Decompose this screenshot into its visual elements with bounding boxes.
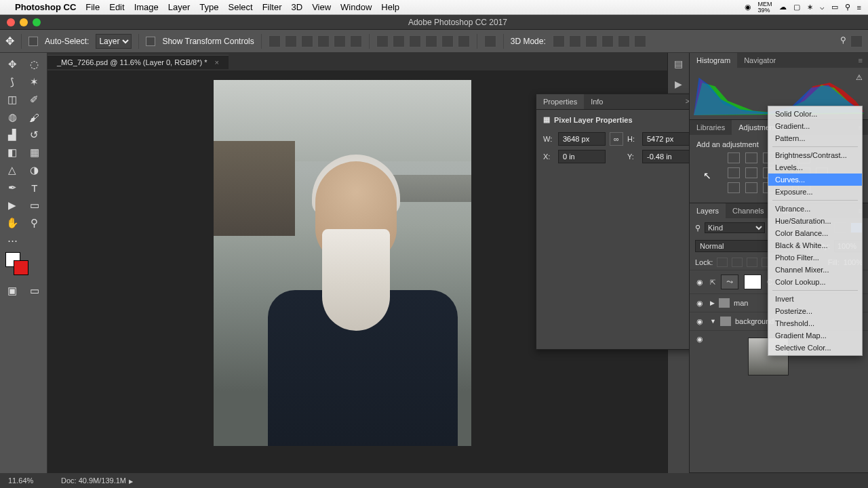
pen-tool[interactable]: ✒ bbox=[1, 179, 24, 197]
visibility-icon[interactable]: ◉ bbox=[695, 299, 705, 308]
eraser-tool[interactable]: ◧ bbox=[1, 144, 24, 161]
cc-icon[interactable]: ◉ bbox=[745, 3, 751, 12]
align-icon[interactable] bbox=[269, 35, 281, 47]
libraries-tab[interactable]: Libraries bbox=[690, 120, 732, 135]
quick-mask-mode[interactable]: ▣ bbox=[1, 282, 24, 300]
align-icon[interactable] bbox=[317, 35, 330, 47]
context-menu-item[interactable]: Levels... bbox=[768, 161, 862, 174]
distribute-icon[interactable] bbox=[441, 35, 454, 47]
auto-select-dropdown[interactable]: Layer bbox=[96, 34, 132, 49]
visibility-icon[interactable]: ◉ bbox=[695, 317, 705, 326]
gradient-tool[interactable]: ▦ bbox=[24, 144, 46, 161]
auto-align-icon[interactable] bbox=[484, 35, 496, 47]
rectangle-tool[interactable]: ▭ bbox=[24, 197, 46, 214]
dock-history-icon[interactable]: ▤ bbox=[672, 58, 686, 69]
menu-extras-icon[interactable]: ≡ bbox=[857, 3, 861, 12]
bluetooth-icon[interactable]: ∗ bbox=[807, 3, 813, 12]
mode3d-icon[interactable] bbox=[585, 35, 597, 47]
context-menu-item[interactable]: Exposure... bbox=[768, 186, 862, 198]
x-input[interactable]: 0 in bbox=[558, 150, 606, 163]
context-menu-item[interactable]: Vibrance... bbox=[768, 203, 862, 215]
dodge-tool[interactable]: ◑ bbox=[24, 161, 46, 179]
zoom-tool[interactable]: ⚲ bbox=[24, 214, 46, 232]
context-menu-item[interactable]: Threshold... bbox=[768, 317, 862, 329]
marquee-tool[interactable]: ◌ bbox=[24, 56, 46, 73]
context-menu-item[interactable]: Selective Color... bbox=[768, 342, 862, 354]
cloud-icon[interactable]: ☁ bbox=[779, 3, 787, 12]
distribute-icon[interactable] bbox=[425, 35, 437, 47]
mode3d-icon[interactable] bbox=[618, 35, 630, 47]
filter-kind-dropdown[interactable]: Kind bbox=[705, 222, 765, 233]
menu-filter[interactable]: Filter bbox=[262, 2, 282, 12]
edit-toolbar[interactable]: ⋯ bbox=[1, 232, 24, 249]
canvas-area[interactable]: _MG_7266.psd @ 11.6% (Layer 0, RGB/8*) *… bbox=[47, 53, 667, 473]
width-input[interactable]: 3648 px bbox=[558, 132, 606, 146]
panel-menu-icon[interactable]: ≡ bbox=[853, 53, 868, 68]
context-menu-item[interactable]: Brightness/Contrast... bbox=[768, 149, 862, 161]
context-menu-item[interactable]: Color Lookup... bbox=[768, 276, 862, 288]
context-menu-item[interactable]: Posterize... bbox=[768, 305, 862, 317]
brush-tool[interactable]: 🖌 bbox=[24, 108, 46, 126]
context-menu-item[interactable]: Pattern... bbox=[768, 132, 862, 144]
lasso-tool[interactable]: ⟆ bbox=[1, 73, 24, 91]
align-icon[interactable] bbox=[285, 35, 297, 47]
brightness-adjustment-icon[interactable] bbox=[728, 152, 740, 163]
posterize-adjustment-icon[interactable] bbox=[745, 182, 757, 193]
align-icon[interactable] bbox=[350, 35, 362, 47]
adjustment-context-menu[interactable]: Solid Color...Gradient...Pattern...Brigh… bbox=[768, 106, 863, 356]
layer-name[interactable]: man bbox=[734, 299, 748, 307]
window-minimize-button[interactable] bbox=[20, 18, 28, 26]
hue-adjustment-icon[interactable] bbox=[728, 167, 740, 178]
context-menu-item[interactable]: Invert bbox=[768, 293, 862, 305]
levels-adjustment-icon[interactable] bbox=[745, 152, 757, 163]
spotlight-icon[interactable]: ⚲ bbox=[845, 3, 850, 12]
close-tab-icon[interactable]: × bbox=[215, 58, 219, 66]
menu-select[interactable]: Select bbox=[228, 2, 252, 12]
context-menu-item[interactable]: Black & White... bbox=[768, 239, 862, 251]
menu-layer[interactable]: Layer bbox=[168, 2, 191, 12]
show-transform-checkbox[interactable] bbox=[146, 37, 155, 46]
balance-adjustment-icon[interactable] bbox=[745, 167, 757, 178]
mode3d-icon[interactable] bbox=[569, 35, 581, 47]
document-tab[interactable]: _MG_7266.psd @ 11.6% (Layer 0, RGB/8*) *… bbox=[47, 55, 229, 69]
visibility-icon[interactable]: ◉ bbox=[695, 278, 705, 287]
menu-type[interactable]: Type bbox=[199, 2, 218, 12]
mode3d-icon[interactable] bbox=[553, 35, 565, 47]
context-menu-item[interactable]: Photo Filter... bbox=[768, 251, 862, 264]
layer-mask-thumbnail[interactable] bbox=[744, 274, 762, 289]
history-brush-tool[interactable]: ↺ bbox=[24, 126, 46, 144]
hand-tool[interactable]: ✋ bbox=[1, 214, 24, 232]
menu-edit[interactable]: Edit bbox=[109, 2, 124, 12]
menu-file[interactable]: File bbox=[85, 2, 100, 12]
color-swatches[interactable] bbox=[4, 252, 43, 279]
visibility-icon[interactable]: ◉ bbox=[695, 335, 705, 344]
context-menu-item[interactable]: Color Balance... bbox=[768, 227, 862, 239]
battery-icon[interactable]: ▭ bbox=[831, 3, 838, 12]
channels-tab[interactable]: Channels bbox=[726, 203, 770, 218]
distribute-icon[interactable] bbox=[409, 35, 421, 47]
screen-mode[interactable]: ▭ bbox=[24, 282, 46, 300]
type-tool[interactable]: T bbox=[24, 179, 46, 197]
eyedropper-tool[interactable]: ✐ bbox=[24, 91, 46, 108]
path-selection-tool[interactable]: ▶ bbox=[1, 197, 24, 214]
search-icon[interactable]: ⚲ bbox=[840, 35, 846, 47]
y-input[interactable]: -0.48 in bbox=[642, 150, 690, 163]
doc-size[interactable]: Doc: 40.9M/139.1M▶ bbox=[61, 476, 133, 485]
context-menu-item[interactable]: Curves... bbox=[768, 174, 862, 186]
zoom-level[interactable]: 11.64% bbox=[8, 476, 49, 485]
workspace-switcher[interactable] bbox=[850, 35, 863, 47]
context-menu-item[interactable]: Gradient... bbox=[768, 120, 862, 132]
histogram-warning-icon[interactable]: ⚠ bbox=[856, 73, 863, 82]
background-color[interactable] bbox=[14, 260, 28, 275]
window-close-button[interactable] bbox=[7, 18, 15, 26]
healing-brush-tool[interactable]: ◍ bbox=[1, 108, 24, 126]
context-menu-item[interactable]: Hue/Saturation... bbox=[768, 215, 862, 227]
menu-3d[interactable]: 3D bbox=[292, 2, 303, 12]
lock-pixels-icon[interactable] bbox=[717, 258, 728, 267]
display-icon[interactable]: ▢ bbox=[793, 3, 800, 12]
app-name[interactable]: Photoshop CC bbox=[15, 2, 76, 12]
height-input[interactable]: 5472 px bbox=[642, 132, 690, 146]
move-tool[interactable]: ✥ bbox=[1, 56, 24, 73]
align-icon[interactable] bbox=[301, 35, 313, 47]
distribute-icon[interactable] bbox=[393, 35, 405, 47]
